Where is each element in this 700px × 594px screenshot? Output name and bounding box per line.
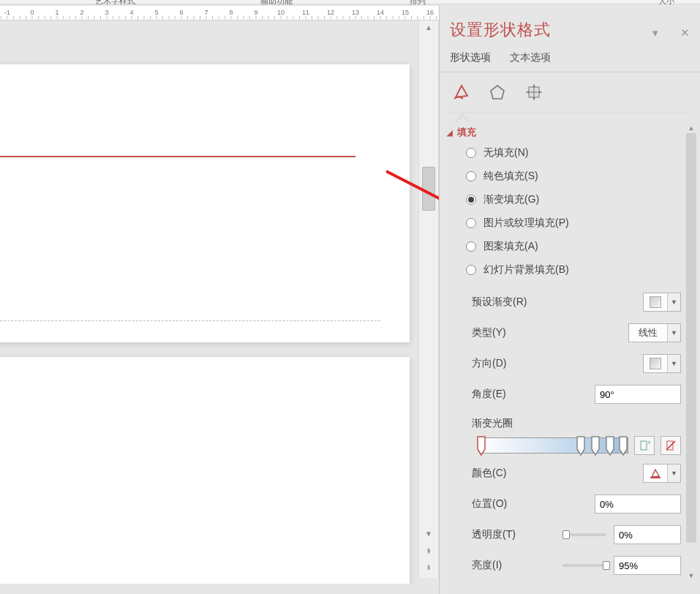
svg-text:5: 5 — [154, 9, 158, 16]
radio-dot — [466, 218, 476, 228]
gradient-stop-handle[interactable] — [477, 436, 486, 456]
radio-solid-fill[interactable]: 纯色填充(S) — [466, 170, 684, 183]
svg-text:3: 3 — [105, 9, 108, 16]
angle-input[interactable] — [595, 386, 684, 403]
svg-rect-95 — [641, 441, 647, 450]
slide-1[interactable] — [0, 64, 410, 342]
tab-shape-options[interactable]: 形状选项 — [450, 51, 491, 64]
remove-stop-button[interactable] — [661, 436, 681, 455]
radio-dot — [466, 195, 476, 205]
format-shape-pane: 设置形状格式 ▾ ✕ 形状选项 文本选项 ◢ 填充 无填充(N) 纯色填充(S)… — [439, 6, 700, 594]
size-properties-icon[interactable] — [524, 83, 543, 104]
transparency-slider[interactable] — [562, 533, 606, 536]
transparency-input[interactable] — [614, 526, 684, 544]
scroll-thumb[interactable] — [686, 133, 696, 543]
scroll-up-icon[interactable]: ▲ — [422, 22, 435, 35]
angle-label: 角度(E) — [472, 388, 587, 401]
type-label: 类型(Y) — [472, 326, 621, 339]
gradient-stop-handle[interactable] — [619, 436, 628, 456]
placeholder-guide — [0, 320, 380, 321]
fill-section-header[interactable]: ◢ 填充 — [440, 123, 684, 145]
chevron-down-icon: ▼ — [667, 324, 680, 342]
pane-scrollbar[interactable]: ▲ ▼ — [685, 123, 697, 581]
transparency-label: 透明度(T) — [472, 528, 555, 541]
color-label: 颜色(C) — [472, 467, 636, 480]
svg-text:+: + — [647, 440, 650, 446]
fill-section-label: 填充 — [457, 126, 476, 139]
color-dropdown[interactable]: ▼ — [643, 464, 681, 483]
effects-icon[interactable] — [488, 83, 507, 104]
svg-text:1: 1 — [55, 9, 59, 16]
svg-rect-99 — [650, 477, 661, 478]
slider-knob[interactable] — [562, 530, 570, 539]
radio-no-fill[interactable]: 无填充(N) — [466, 146, 684, 159]
svg-text:7: 7 — [204, 9, 208, 16]
canvas-scrollbar[interactable]: ▲ ▼ ⇞ ⇟ — [418, 20, 439, 578]
gradient-stop-handle[interactable] — [576, 436, 585, 456]
radio-pattern-fill[interactable]: 图案填充(A) — [466, 240, 684, 253]
position-input[interactable] — [595, 495, 684, 513]
gradient-stops-slider[interactable] — [481, 437, 628, 454]
slide-canvas — [0, 20, 439, 584]
preset-gradient-dropdown[interactable]: ▼ — [643, 293, 681, 312]
radio-slide-background-fill[interactable]: 幻灯片背景填充(B) — [466, 263, 684, 277]
chevron-down-icon: ▼ — [667, 293, 680, 311]
position-label: 位置(O) — [472, 497, 587, 511]
pane-options-dropdown[interactable]: ▾ — [652, 26, 658, 40]
svg-text:4: 4 — [129, 9, 133, 16]
preset-gradient-label: 预设渐变(R) — [472, 296, 636, 309]
radio-dot — [466, 265, 476, 275]
brightness-input[interactable] — [614, 557, 684, 574]
radio-dot — [466, 171, 476, 181]
type-dropdown[interactable]: 线性▼ — [628, 323, 681, 342]
direction-dropdown[interactable]: ▼ — [643, 354, 681, 373]
transparency-spinner[interactable]: ▲▼ — [614, 525, 681, 544]
svg-text:6: 6 — [179, 9, 183, 16]
radio-gradient-fill[interactable]: 渐变填充(G) — [466, 193, 684, 206]
collapse-triangle-icon: ◢ — [447, 129, 453, 137]
svg-text:12: 12 — [327, 9, 334, 16]
chevron-down-icon: ▼ — [667, 465, 680, 482]
svg-text:14: 14 — [377, 9, 384, 16]
brightness-slider[interactable] — [562, 564, 606, 567]
tab-text-options[interactable]: 文本选项 — [510, 51, 551, 64]
gradient-stop-handle[interactable] — [591, 436, 600, 456]
add-stop-button[interactable]: + — [634, 436, 655, 455]
svg-text:10: 10 — [277, 9, 285, 16]
horizontal-ruler: -1012345678910111213141516 — [0, 6, 439, 20]
svg-text:0: 0 — [30, 9, 34, 16]
brightness-label: 亮度(I) — [472, 559, 555, 572]
slider-knob[interactable] — [603, 561, 610, 570]
svg-text:2: 2 — [80, 9, 83, 16]
svg-line-98 — [666, 441, 675, 450]
svg-marker-91 — [491, 86, 504, 99]
pane-close-button[interactable]: ✕ — [680, 26, 690, 40]
svg-text:-1: -1 — [4, 9, 10, 16]
svg-text:13: 13 — [352, 9, 359, 16]
radio-dot — [466, 148, 476, 158]
angle-spinner[interactable]: ▲▼ — [595, 385, 681, 404]
shape-line[interactable] — [0, 156, 355, 157]
scroll-up-icon[interactable]: ▲ — [685, 123, 697, 133]
direction-label: 方向(D) — [472, 357, 636, 370]
prev-slide-icon[interactable]: ⇞ — [422, 546, 435, 559]
svg-text:16: 16 — [426, 9, 434, 16]
active-tab-pointer — [456, 115, 469, 122]
svg-text:15: 15 — [402, 9, 409, 16]
radio-picture-texture-fill[interactable]: 图片或纹理填充(P) — [466, 217, 684, 230]
gradient-stops-label: 渐变光圈 — [440, 410, 684, 433]
radio-dot — [466, 241, 476, 252]
svg-text:9: 9 — [254, 9, 257, 16]
scroll-down-icon[interactable]: ▼ — [422, 528, 435, 541]
brightness-spinner[interactable]: ▲▼ — [614, 556, 681, 575]
position-spinner[interactable]: ▲▼ — [595, 495, 681, 514]
next-slide-icon[interactable]: ⇟ — [422, 562, 435, 575]
svg-text:11: 11 — [302, 9, 309, 16]
scroll-down-icon[interactable]: ▼ — [685, 571, 697, 581]
scroll-thumb[interactable] — [422, 167, 435, 211]
slide-2[interactable] — [0, 357, 410, 584]
chevron-down-icon: ▼ — [667, 355, 680, 372]
svg-text:8: 8 — [229, 9, 233, 16]
fill-line-icon[interactable] — [451, 83, 470, 104]
gradient-stop-handle[interactable] — [606, 436, 614, 456]
